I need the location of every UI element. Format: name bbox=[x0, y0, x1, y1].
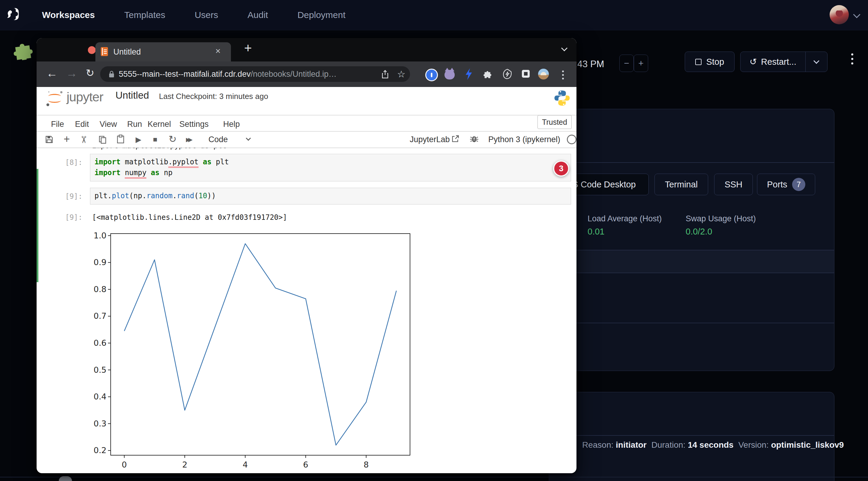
debugger-bug-icon[interactable] bbox=[470, 134, 479, 143]
code-cell[interactable]: plt.plot(np.random.rand(10)) bbox=[90, 188, 571, 204]
interrupt-kernel-icon[interactable]: ■ bbox=[153, 135, 157, 143]
browser-tab[interactable]: Untitled × bbox=[95, 42, 231, 62]
y-tick-label: 0.9 bbox=[76, 258, 106, 267]
screen: Workspaces Templates Users Audit Deploym… bbox=[0, 0, 868, 481]
address-bar[interactable]: 5555--main--test--matifali.atif.cdr.dev/… bbox=[100, 66, 410, 82]
cell-selection-indicator bbox=[37, 169, 38, 282]
stop-workspace-button[interactable]: Stop bbox=[685, 52, 735, 72]
version-value: optimistic_liskov9 bbox=[771, 440, 844, 450]
lightning-extension-icon[interactable] bbox=[465, 68, 473, 80]
menu-run[interactable]: Run bbox=[127, 120, 142, 129]
chevron-down-icon[interactable] bbox=[246, 136, 251, 141]
restart-run-all-icon[interactable]: ▶▶ bbox=[186, 136, 190, 143]
stat-label: Load Average (Host) bbox=[588, 214, 662, 223]
y-tick-label: 1.0 bbox=[76, 231, 106, 240]
table-row[interactable] bbox=[549, 250, 834, 272]
menu-view[interactable]: View bbox=[100, 120, 117, 129]
divider bbox=[37, 131, 577, 132]
divider bbox=[549, 323, 834, 323]
side-panel-icon[interactable] bbox=[522, 70, 530, 78]
top-nav: Workspaces Templates Users Audit Deploym… bbox=[0, 0, 868, 30]
url-host: 5555--main--test--matifali.atif.cdr.dev bbox=[119, 70, 251, 78]
y-tick-label: 0.4 bbox=[76, 392, 106, 401]
nav-item-deployment[interactable]: Deployment bbox=[298, 10, 345, 20]
onepassword-extension-icon[interactable] bbox=[425, 69, 438, 81]
run-cell-icon[interactable]: ▶ bbox=[135, 135, 141, 144]
x-tick-label: 2 bbox=[173, 460, 197, 469]
notebook-title[interactable]: Untitled bbox=[116, 90, 149, 101]
reload-icon[interactable]: ↻ bbox=[86, 67, 94, 79]
version-label: Version: bbox=[738, 440, 769, 450]
divider bbox=[549, 162, 834, 163]
energy-saver-leaf-icon[interactable] bbox=[502, 69, 512, 79]
close-window-button[interactable] bbox=[88, 46, 96, 54]
back-icon[interactable]: ← bbox=[46, 67, 58, 80]
bookmark-star-icon[interactable]: ☆ bbox=[397, 69, 405, 80]
add-cell-icon[interactable]: + bbox=[64, 133, 70, 146]
build-metadata: Reason: initiator Duration: 14 seconds V… bbox=[582, 440, 844, 450]
app-button-terminal[interactable]: Terminal bbox=[654, 173, 708, 195]
menu-edit[interactable]: Edit bbox=[75, 120, 89, 129]
new-tab-button[interactable]: + bbox=[244, 40, 252, 56]
zoom-out-button[interactable]: − bbox=[619, 55, 634, 72]
copy-icon[interactable] bbox=[98, 135, 107, 143]
app-button-ssh[interactable]: SSH bbox=[714, 173, 753, 195]
stop-label: Stop bbox=[706, 57, 724, 67]
app-button-ports[interactable]: Ports 7 bbox=[757, 173, 815, 195]
cut-cell-icon[interactable]: ✂ bbox=[78, 136, 89, 144]
menu-settings[interactable]: Settings bbox=[179, 120, 209, 129]
scroll-bump-artifact bbox=[59, 476, 72, 481]
forward-icon[interactable]: → bbox=[66, 67, 78, 80]
menu-file[interactable]: File bbox=[51, 120, 64, 129]
checkpoint-status: Last Checkpoint: 3 minutes ago bbox=[159, 92, 268, 101]
browser-profile-avatar[interactable] bbox=[538, 69, 549, 79]
restart-workspace-button[interactable]: ↺ Restart... bbox=[741, 52, 805, 72]
nav-item-workspaces[interactable]: Workspaces bbox=[42, 10, 95, 20]
restart-workspace-button-group: ↺ Restart... bbox=[740, 52, 828, 72]
user-avatar[interactable] bbox=[830, 5, 849, 24]
y-tick-label: 0.5 bbox=[76, 365, 106, 375]
cell-prompt: [8]: bbox=[61, 158, 83, 167]
python-icon bbox=[553, 89, 571, 107]
extensions-puzzle-icon[interactable] bbox=[483, 69, 493, 79]
nav-item-templates[interactable]: Templates bbox=[124, 10, 165, 20]
cell-type-select[interactable]: Code bbox=[209, 135, 228, 144]
browser-menu-icon[interactable] bbox=[562, 69, 564, 79]
y-tick-label: 0.2 bbox=[76, 446, 106, 455]
matplotlib-plot bbox=[93, 231, 428, 473]
reason-value: initiator bbox=[616, 440, 647, 450]
zoom-in-button[interactable]: + bbox=[634, 55, 648, 72]
nav-item-users[interactable]: Users bbox=[195, 10, 218, 20]
restart-icon: ↺ bbox=[749, 57, 757, 67]
lock-icon bbox=[108, 70, 115, 78]
paste-icon[interactable] bbox=[116, 135, 125, 143]
tab-search-chevron-icon[interactable] bbox=[562, 46, 566, 52]
kernel-name[interactable]: Python 3 (ipykernel) bbox=[488, 135, 560, 144]
puzzle-icon[interactable] bbox=[10, 38, 36, 62]
external-link-icon[interactable] bbox=[451, 135, 460, 143]
code-cell[interactable]: import matplotlib.pyplot as pltimport nu… bbox=[90, 154, 571, 182]
url-path: /notebooks/Untitled.ip… bbox=[251, 70, 337, 78]
cell-prompt: [9]: bbox=[61, 192, 83, 201]
clipped-code-line: import matplotlib.pyplot as plt bbox=[92, 148, 422, 152]
octocat-extension-icon[interactable] bbox=[444, 69, 455, 79]
menu-kernel[interactable]: Kernel bbox=[148, 120, 171, 129]
coder-logo[interactable] bbox=[4, 6, 22, 23]
restart-options-button[interactable] bbox=[806, 52, 827, 72]
menu-help[interactable]: Help bbox=[223, 120, 240, 129]
save-icon[interactable] bbox=[45, 135, 53, 143]
y-tick-label: 0.6 bbox=[76, 338, 106, 348]
reason-label: Reason: bbox=[582, 440, 613, 450]
close-tab-icon[interactable]: × bbox=[215, 46, 221, 56]
divider bbox=[37, 115, 577, 116]
workspace-panel: VS Code Desktop Terminal SSH Ports 7 Loa… bbox=[549, 109, 834, 371]
nav-item-audit[interactable]: Audit bbox=[247, 10, 268, 20]
workspace-menu-button[interactable] bbox=[851, 53, 853, 64]
jupyterlab-link[interactable]: JupyterLab bbox=[410, 135, 450, 144]
restart-kernel-icon[interactable]: ↻ bbox=[168, 133, 177, 145]
trusted-button[interactable]: Trusted bbox=[537, 115, 572, 129]
share-icon[interactable] bbox=[381, 70, 389, 79]
chevron-down-icon bbox=[814, 58, 820, 64]
chevron-down-icon[interactable] bbox=[853, 11, 860, 18]
restart-label: Restart... bbox=[761, 57, 796, 67]
